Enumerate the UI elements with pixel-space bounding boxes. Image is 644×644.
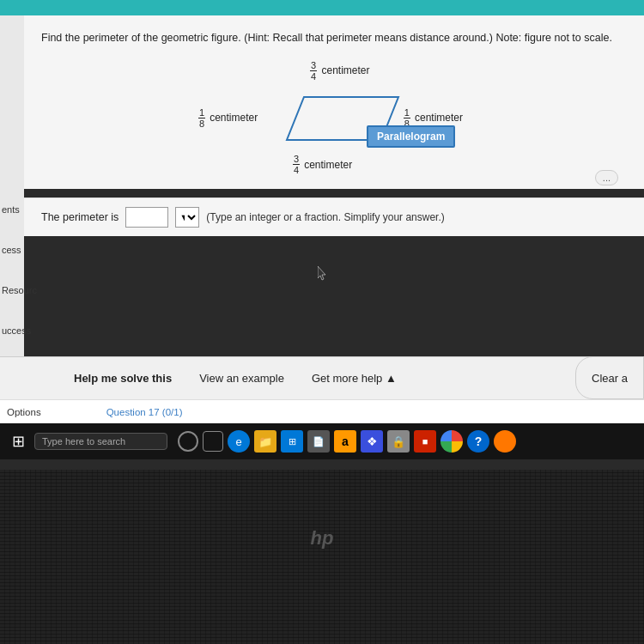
laptop-body: hp (0, 470, 644, 644)
taskbar-icons: e 📁 ⊞ 📄 a ❖ 🔒 ■ ? (178, 430, 516, 453)
left-side-label: 1 8 centimeter (197, 107, 258, 129)
taskbar-icon-star[interactable]: ❖ (361, 430, 383, 453)
top-unit: centimeter (321, 64, 369, 76)
taskbar-icon-folder[interactable]: 📁 (254, 430, 276, 453)
screen-wrapper: ents cess Resourc uccess ia Library Find… (0, 0, 644, 644)
unit-dropdown[interactable]: ▼ (175, 207, 199, 228)
help-button[interactable]: Help me solve this (60, 365, 185, 392)
problem-area: Find the perimeter of the geometric figu… (24, 15, 644, 189)
problem-instruction: Find the perimeter of the geometric figu… (41, 31, 627, 46)
taskbar-icon-windows[interactable]: ⊞ (281, 430, 303, 453)
left-fraction-num: 1 (198, 107, 205, 118)
sidebar-label-resource: Resourc (0, 285, 37, 295)
search-area: Type here to search (34, 433, 167, 450)
taskbar-icon-file[interactable]: 📄 (307, 430, 330, 453)
right-unit: centimeter (415, 112, 463, 124)
cursor-icon (318, 266, 328, 282)
status-question: Question 17 (0/1) (106, 407, 183, 417)
laptop-keyboard (0, 470, 644, 644)
action-bar: Help me solve this View an example Get m… (0, 356, 644, 399)
taskbar-icon-circle[interactable] (178, 431, 198, 452)
more-options-button[interactable]: ... (595, 170, 618, 185)
status-bar: Options Question 17 (0/1) (0, 399, 644, 423)
taskbar-icon-square[interactable] (203, 431, 223, 452)
top-fraction-den: 4 (310, 71, 317, 82)
clear-button[interactable]: Clear a (575, 356, 644, 399)
sidebar-label-ents: ents (0, 204, 20, 215)
hp-logo: hp (311, 527, 334, 550)
left-fraction: 1 8 (198, 107, 205, 129)
taskbar-icon-orange[interactable] (494, 430, 516, 453)
bottom-side-label: 3 4 centimeter (291, 154, 352, 175)
more-help-button[interactable]: Get more help ▲ (298, 365, 410, 392)
sidebar-label-uccess: uccess (0, 325, 31, 336)
taskbar-icon-amazon[interactable]: a (334, 430, 356, 453)
parallelogram-container: Parallelogram (265, 84, 403, 156)
bottom-fraction: 3 4 (293, 154, 300, 175)
bottom-fraction-den: 4 (293, 165, 300, 175)
answer-area: The perimeter is ▼ (Type an integer or a… (24, 197, 644, 236)
answer-hint: (Type an integer or a fraction. Simplify… (206, 211, 444, 223)
taskbar-icon-red[interactable]: ■ (414, 430, 436, 453)
top-bar (0, 0, 644, 15)
bottom-unit: centimeter (304, 159, 352, 171)
taskbar: ⊞ Type here to search e 📁 ⊞ 📄 a ❖ 🔒 ■ ? (0, 423, 644, 459)
taskbar-icon-help[interactable]: ? (467, 430, 489, 453)
top-fraction-num: 3 (310, 60, 317, 71)
search-text[interactable]: Type here to search (42, 436, 125, 447)
status-options[interactable]: Options (7, 407, 41, 417)
left-unit: centimeter (210, 112, 258, 124)
taskbar-icon-chrome[interactable] (440, 430, 463, 453)
left-sidebar: ents cess Resourc uccess ia Library (0, 15, 24, 376)
example-button[interactable]: View an example (185, 365, 298, 392)
answer-input[interactable] (125, 207, 168, 228)
left-fraction-den: 8 (198, 118, 205, 129)
top-side-label: 3 4 centimeter (308, 60, 370, 82)
windows-button[interactable]: ⊞ (7, 430, 29, 453)
shape-label: Parallelogram (367, 125, 455, 148)
bottom-fraction-num: 3 (293, 154, 300, 165)
taskbar-icon-edge[interactable]: e (228, 430, 250, 453)
taskbar-icon-lock[interactable]: 🔒 (387, 430, 410, 453)
diagram-area: 3 4 centimeter 1 8 centimeter Parallelog… (197, 60, 471, 180)
answer-prefix: The perimeter is (41, 211, 118, 223)
right-fraction-num: 1 (404, 107, 410, 118)
sidebar-label-cess: cess (0, 245, 21, 255)
top-fraction: 3 4 (310, 60, 317, 82)
